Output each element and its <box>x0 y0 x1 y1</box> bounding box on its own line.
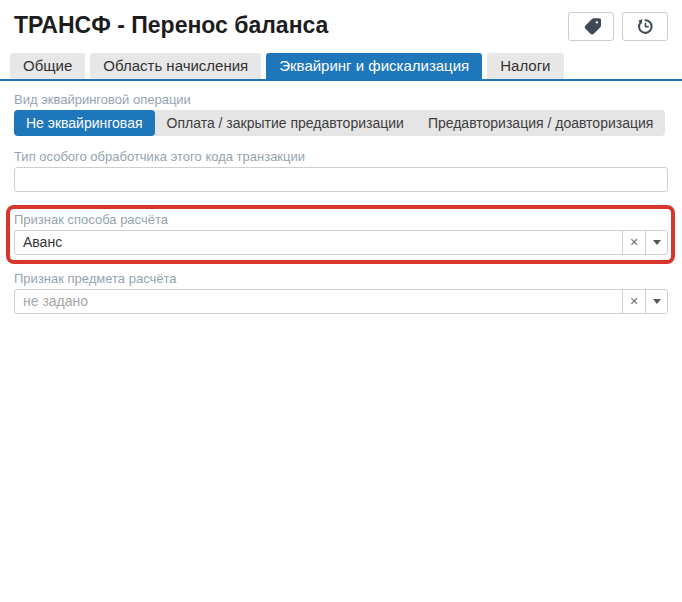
option-payment-close-preauth[interactable]: Оплата / закрытие предавторизации <box>155 110 416 136</box>
chevron-down-icon <box>653 299 661 304</box>
special-handler-group: Тип особого обработчика этого кода транз… <box>14 149 668 192</box>
tab-taxes[interactable]: Налоги <box>487 53 563 79</box>
clear-button[interactable]: ✕ <box>622 231 645 254</box>
tag-icon <box>582 17 601 36</box>
history-icon <box>636 17 655 36</box>
tab-general[interactable]: Общие <box>10 53 85 79</box>
payment-subject-attribute-placeholder: не задано <box>15 290 622 313</box>
tab-acquiring-fiscalization[interactable]: Эквайринг и фискализация <box>266 53 482 79</box>
payment-subject-attribute-label: Признак предмета расчёта <box>14 271 668 286</box>
page-title: ТРАНСФ - Перенос баланса <box>14 10 328 40</box>
tags-button[interactable] <box>568 12 614 41</box>
tab-bar: Общие Область начисления Эквайринг и фис… <box>0 53 682 79</box>
dropdown-button[interactable] <box>645 290 667 313</box>
payment-method-attribute-select[interactable]: Аванс ✕ <box>14 230 668 255</box>
acquiring-operation-type-label: Вид эквайринговой операции <box>14 92 668 107</box>
tab-panel-acquiring: Вид эквайринговой операции Не эквайринго… <box>0 81 682 314</box>
clear-button[interactable]: ✕ <box>622 290 645 313</box>
red-highlight-annotation: Признак способа расчёта Аванс ✕ <box>6 205 675 264</box>
toolbar <box>568 12 668 41</box>
special-handler-label: Тип особого обработчика этого кода транз… <box>14 149 668 164</box>
option-preauth-additional-auth[interactable]: Предавторизация / доавторизация <box>416 110 666 136</box>
chevron-down-icon <box>653 240 661 245</box>
option-not-acquiring[interactable]: Не эквайринговая <box>14 110 155 136</box>
dropdown-button[interactable] <box>645 231 667 254</box>
history-button[interactable] <box>622 12 668 41</box>
page-header: ТРАНСФ - Перенос баланса <box>0 0 682 41</box>
special-handler-input[interactable] <box>14 167 668 192</box>
payment-subject-attribute-select[interactable]: не задано ✕ <box>14 289 668 314</box>
acquiring-operation-type-group: Вид эквайринговой операции Не эквайринго… <box>14 92 668 136</box>
payment-method-attribute-value: Аванс <box>15 231 622 254</box>
payment-subject-attribute-group: Признак предмета расчёта не задано ✕ <box>14 271 668 314</box>
clear-icon: ✕ <box>629 236 638 249</box>
clear-icon: ✕ <box>629 295 638 308</box>
tab-accrual-area[interactable]: Область начисления <box>90 53 261 79</box>
acquiring-operation-type-segmented: Не эквайринговая Оплата / закрытие преда… <box>14 110 665 136</box>
payment-method-attribute-group: Признак способа расчёта Аванс ✕ <box>14 212 668 255</box>
payment-method-attribute-label: Признак способа расчёта <box>14 212 668 227</box>
